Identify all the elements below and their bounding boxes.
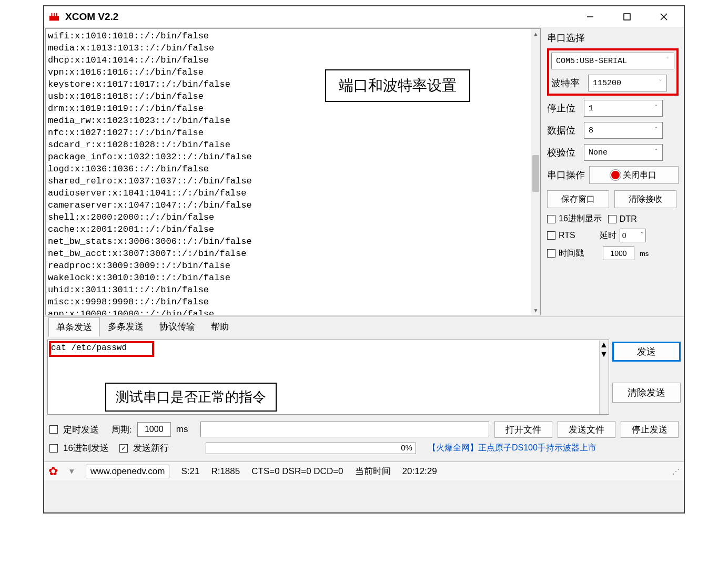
window-title: XCOM V2.2: [65, 11, 580, 23]
chevron-down-icon: ˇ: [641, 232, 643, 239]
time-value: 20:12:29: [402, 466, 437, 477]
tab-single-send[interactable]: 单条发送: [48, 317, 100, 337]
gear-icon[interactable]: ✿: [48, 465, 58, 478]
scroll-down-icon[interactable]: ▼: [600, 350, 609, 359]
port-value: COM5:USB-SERIAL: [556, 57, 627, 66]
time-label: 当前时间: [355, 465, 391, 477]
rts-checkbox[interactable]: [547, 231, 555, 240]
dtr-label: DTR: [620, 214, 637, 224]
resize-grip-icon[interactable]: ⋰: [672, 467, 680, 476]
send-newline-label: 发送新行: [133, 442, 169, 454]
send-file-button[interactable]: 发送文件: [558, 421, 615, 438]
databits-select[interactable]: 8 ˇ: [584, 122, 663, 139]
period-unit: ms: [176, 424, 188, 435]
dropdown-icon[interactable]: ▾: [69, 466, 74, 477]
timestamp-checkbox[interactable]: [547, 249, 555, 258]
scroll-up-icon[interactable]: ▲: [531, 29, 540, 38]
scroll-up-icon[interactable]: ▲: [600, 340, 609, 350]
stopbits-label: 停止位: [547, 102, 584, 115]
databits-label: 数据位: [547, 124, 584, 137]
record-icon: [611, 171, 620, 179]
annotation-test-command: 测试串口是否正常的指令: [105, 383, 277, 412]
baud-select[interactable]: 115200 ˇ: [588, 75, 667, 91]
recv-count: R:1885: [211, 466, 240, 477]
annotation-port-baud: 端口和波特率设置: [325, 69, 470, 102]
close-port-label: 关闭串口: [623, 170, 656, 181]
chevron-down-icon: ˇ: [659, 79, 662, 87]
hex-display-label: 16进制显示: [559, 213, 602, 224]
file-path-input[interactable]: [200, 422, 489, 437]
sent-count: S:21: [181, 466, 199, 477]
hex-send-label: 16进制发送: [63, 442, 109, 454]
send-command-text: cat /etc/passwd: [48, 340, 609, 356]
timed-send-label: 定时发送: [63, 424, 99, 436]
parity-value: None: [589, 148, 608, 157]
panel-title: 串口选择: [547, 32, 679, 44]
save-window-button[interactable]: 保存窗口: [547, 190, 609, 208]
tab-help[interactable]: 帮助: [203, 317, 237, 336]
rts-label: RTS: [559, 231, 575, 240]
port-op-label: 串口操作: [547, 169, 589, 181]
baud-value: 115200: [593, 79, 621, 88]
hex-display-checkbox[interactable]: [547, 215, 555, 223]
send-progress: 0%: [206, 443, 416, 454]
titlebar: XCOM V2.2: [44, 6, 684, 27]
chevron-down-icon: ˇ: [654, 127, 658, 134]
promo-banner[interactable]: 【火爆全网】正点原子DS100手持示波器上市: [428, 443, 596, 454]
chevron-down-icon: ˇ: [666, 57, 670, 65]
close-button[interactable]: [653, 9, 674, 25]
maximize-button[interactable]: [616, 9, 638, 25]
parity-label: 校验位: [547, 146, 584, 159]
tab-multi-send[interactable]: 多条发送: [100, 317, 151, 336]
svg-rect-0: [49, 16, 59, 20]
stopbits-select[interactable]: 1 ˇ: [584, 100, 663, 117]
hex-send-checkbox[interactable]: [49, 444, 58, 453]
timestamp-input[interactable]: [603, 247, 634, 260]
delay-select[interactable]: 0 ˇ: [620, 229, 646, 242]
stop-send-button[interactable]: 停止发送: [621, 421, 679, 438]
clear-send-button[interactable]: 清除发送: [612, 383, 681, 403]
send-button[interactable]: 发送: [612, 342, 681, 362]
baud-label: 波特率: [551, 77, 588, 89]
period-input[interactable]: [137, 422, 171, 437]
timed-send-checkbox[interactable]: [49, 425, 58, 434]
close-port-button[interactable]: 关闭串口: [589, 166, 679, 184]
minimize-button[interactable]: [580, 9, 601, 25]
timestamp-label: 时间戳: [559, 248, 584, 259]
scroll-thumb[interactable]: [532, 155, 539, 192]
stopbits-value: 1: [589, 104, 593, 113]
dtr-checkbox[interactable]: [608, 215, 616, 223]
terminal-scrollbar[interactable]: ▲ ▼: [531, 29, 540, 315]
open-file-button[interactable]: 打开文件: [494, 421, 552, 438]
ms-unit: ms: [640, 250, 649, 258]
port-select[interactable]: COM5:USB-SERIAL ˇ: [551, 53, 674, 69]
tab-protocol[interactable]: 协议传输: [151, 317, 203, 336]
svg-rect-2: [54, 13, 55, 16]
progress-percent: 0%: [401, 443, 412, 452]
scroll-down-icon[interactable]: ▼: [531, 305, 540, 315]
highlight-port-baud: COM5:USB-SERIAL ˇ 波特率 115200 ˇ: [547, 48, 679, 96]
parity-select[interactable]: None ˇ: [584, 144, 663, 161]
svg-rect-1: [52, 13, 53, 16]
send-tabs: 单条发送 多条发送 协议传输 帮助: [44, 316, 684, 336]
svg-rect-3: [56, 13, 57, 16]
send-scrollbar[interactable]: ▲ ▼: [599, 340, 609, 414]
app-logo-icon: [48, 11, 60, 23]
databits-value: 8: [589, 126, 593, 135]
send-newline-checkbox[interactable]: ✓: [119, 444, 128, 453]
delay-label: 延时: [600, 230, 616, 241]
serial-settings-panel: 串口选择 COM5:USB-SERIAL ˇ 波特率 115200 ˇ: [542, 27, 684, 316]
statusbar: ✿ ▾ www.openedv.com S:21 R:1885 CTS=0 DS…: [44, 461, 684, 480]
chevron-down-icon: ˇ: [654, 105, 658, 112]
signal-status: CTS=0 DSR=0 DCD=0: [251, 466, 343, 477]
svg-rect-5: [624, 14, 630, 20]
period-label: 周期:: [112, 424, 132, 436]
website-link[interactable]: www.openedv.com: [86, 465, 169, 478]
chevron-down-icon: ˇ: [654, 149, 658, 156]
clear-receive-button[interactable]: 清除接收: [614, 190, 676, 208]
